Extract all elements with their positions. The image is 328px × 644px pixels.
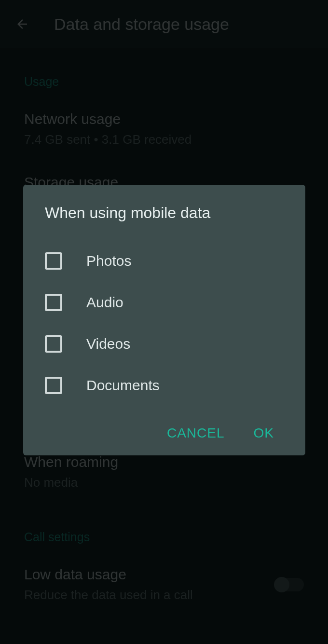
photos-label: Photos <box>86 253 131 269</box>
documents-option[interactable]: Documents <box>45 365 284 406</box>
modal-overlay[interactable]: When using mobile data Photos Audio Vide… <box>0 0 328 644</box>
audio-label: Audio <box>86 294 123 311</box>
dialog-actions: CANCEL OK <box>45 425 284 441</box>
mobile-data-dialog: When using mobile data Photos Audio Vide… <box>23 185 305 455</box>
videos-label: Videos <box>86 336 130 352</box>
documents-checkbox[interactable] <box>45 377 62 394</box>
ok-button[interactable]: OK <box>254 425 274 441</box>
cancel-button[interactable]: CANCEL <box>167 425 225 441</box>
audio-checkbox[interactable] <box>45 294 62 311</box>
videos-option[interactable]: Videos <box>45 323 284 365</box>
dialog-title: When using mobile data <box>45 204 284 222</box>
documents-label: Documents <box>86 377 160 394</box>
photos-checkbox[interactable] <box>45 252 62 270</box>
photos-option[interactable]: Photos <box>45 240 284 282</box>
videos-checkbox[interactable] <box>45 335 62 353</box>
audio-option[interactable]: Audio <box>45 282 284 323</box>
